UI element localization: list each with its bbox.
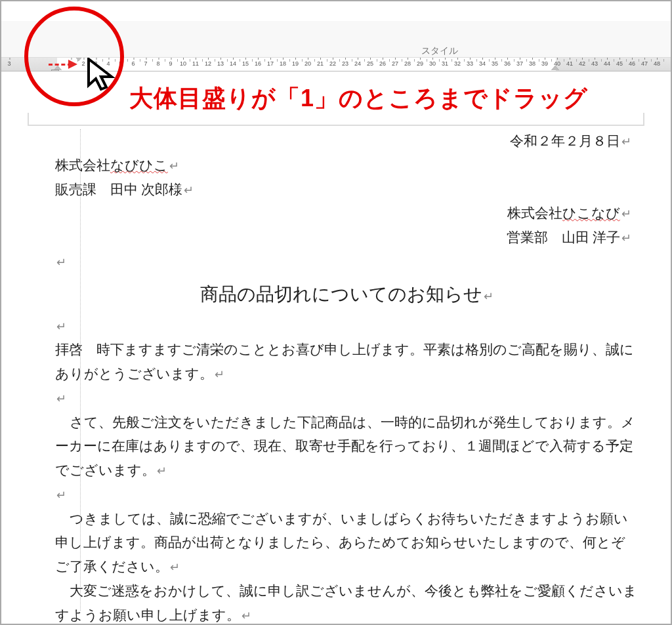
indent-guide-line: [80, 129, 81, 611]
paragraph-mark-icon: ↵: [170, 561, 180, 574]
body-p2[interactable]: さて、先般ご注文をいただきました下記商品は、一時的に品切れが発生しております。メ…: [55, 411, 638, 483]
body-p2-text: さて、先般ご注文をいただきました下記商品は、一時的に品切れが発生しております。メ…: [55, 414, 635, 479]
paragraph-mark-icon: ↵: [215, 368, 224, 381]
recipient-company-line[interactable]: 株式会社なびひこ↵: [55, 153, 638, 178]
body-p3-text: つきましては、誠に恐縮でございますが、いましばらくお待ちいただきますようお願い申…: [55, 511, 628, 575]
paragraph-mark-icon: ↵: [56, 489, 66, 502]
blank-line[interactable]: ↵: [55, 483, 638, 507]
ruler-ticks: 3123456789101112131415161718192021222324…: [1, 58, 671, 71]
styles-group-label: スタイル: [421, 45, 458, 57]
document-body: 令和２年２月８日↵ 株式会社なびひこ↵ 販売課 田中 次郎様↵ 株式会社ひこなび…: [55, 129, 638, 611]
sender-company: 株式会社ひこなび: [507, 205, 620, 221]
toolbar-strip: [1, 21, 671, 57]
document-title[interactable]: 商品の品切れについてのお知らせ↵: [55, 278, 638, 310]
paragraph-mark-icon: ↵: [621, 135, 631, 148]
paragraph-mark-icon: ↵: [621, 207, 631, 220]
paragraph-mark-icon: ↵: [184, 184, 194, 197]
date-line[interactable]: 令和２年２月８日↵: [55, 129, 638, 153]
body-p3[interactable]: つきましては、誠に恐縮でございますが、いましばらくお待ちいただきますようお願い申…: [55, 507, 638, 579]
recipient-company: 株式会社なびひこ: [55, 157, 168, 173]
paragraph-mark-icon: ↵: [56, 320, 66, 333]
recipient-person-line[interactable]: 販売課 田中 次郎様↵: [55, 178, 638, 202]
instruction-caption: 大体目盛りが「1」のところまでドラッグ: [129, 83, 588, 115]
blank-line[interactable]: ↵: [55, 250, 638, 274]
body-p1[interactable]: 拝啓 時下ますますご清栄のこととお喜び申し上げます。平素は格別のご高配を賜り、誠…: [55, 338, 638, 386]
paragraph-mark-icon: ↵: [169, 159, 179, 172]
date-text: 令和２年２月８日: [510, 133, 620, 149]
paragraph-mark-icon: ↵: [56, 392, 66, 405]
drag-direction-arrow: [49, 62, 81, 66]
sender-company-line[interactable]: 株式会社ひこなび↵: [55, 201, 638, 226]
paragraph-mark-icon: ↵: [484, 290, 494, 303]
sender-person: 営業部 山田 洋子: [507, 230, 620, 245]
blank-line[interactable]: ↵: [55, 386, 638, 411]
horizontal-ruler[interactable]: 3123456789101112131415161718192021222324…: [1, 58, 671, 71]
screenshot-frame: スタイル 31234567891011121314151617181920212…: [0, 0, 672, 625]
title-text: 商品の品切れについてのお知らせ: [200, 284, 482, 304]
blank-line[interactable]: ↵: [55, 314, 638, 338]
paragraph-mark-icon: ↵: [242, 609, 251, 622]
body-p1-text: 拝啓 時下ますますご清栄のこととお喜び申し上げます。平素は格別のご高配を賜り、誠…: [55, 342, 634, 382]
right-indent-marker[interactable]: [551, 66, 559, 70]
paragraph-mark-icon: ↵: [157, 464, 167, 477]
paragraph-mark-icon: ↵: [621, 232, 631, 245]
body-p4-text: 大変ご迷惑をおかけして、誠に申し訳ございませんが、今後とも弊社をご愛顧くださいま…: [55, 583, 637, 623]
page-top-margin-guide: [28, 113, 644, 126]
recipient-person: 販売課 田中 次郎様: [55, 182, 182, 197]
sender-person-line[interactable]: 営業部 山田 洋子↵: [55, 226, 638, 250]
left-indent-marker[interactable]: [51, 70, 59, 71]
paragraph-mark-icon: ↵: [56, 256, 66, 269]
body-p4[interactable]: 大変ご迷惑をおかけして、誠に申し訳ございませんが、今後とも弊社をご愛顧くださいま…: [55, 579, 638, 625]
